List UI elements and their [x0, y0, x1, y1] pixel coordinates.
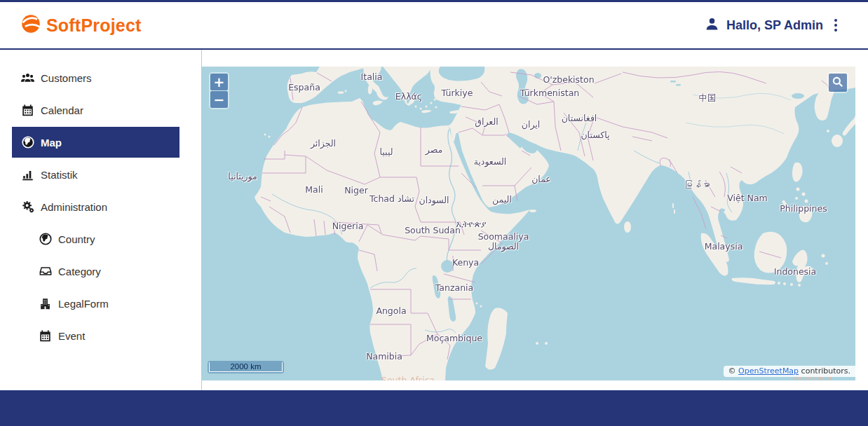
softproject-logo-icon: [21, 14, 41, 36]
user-greeting: Hallo, SP Admin: [726, 18, 823, 33]
footer-bar: [0, 390, 868, 426]
sidebar-item-event[interactable]: Event: [12, 320, 179, 351]
map-tiles: [202, 67, 855, 380]
sidebar: Customers Calendar Map: [0, 50, 202, 390]
globe-icon: [21, 136, 34, 149]
sidebar-item-label: Customers: [41, 72, 92, 84]
sidebar-item-category[interactable]: Category: [12, 256, 179, 287]
sidebar-item-country[interactable]: Country: [12, 224, 179, 254]
sidebar-item-label: Category: [58, 266, 101, 277]
map-scale-bar: 2000 km: [208, 361, 284, 373]
map-search-control: [827, 72, 848, 93]
sidebar-item-customers[interactable]: Customers: [12, 62, 179, 93]
sidebar-item-legalform[interactable]: LegalForm: [12, 288, 179, 319]
attribution-suffix: contributors.: [799, 366, 850, 376]
brand-name: SoftProject: [46, 15, 142, 36]
sidebar-item-label: Event: [58, 330, 85, 342]
zoom-controls: + −: [209, 72, 229, 109]
map-canvas[interactable]: EspañaItaliaΕλλάςTürkiyeO'zbekistonTürkm…: [202, 67, 855, 380]
kebab-menu-icon[interactable]: [830, 16, 841, 34]
zoom-in-button[interactable]: +: [210, 74, 228, 90]
sidebar-item-label: Statistik: [41, 169, 78, 181]
sidebar-item-label: Country: [58, 233, 95, 245]
user-menu[interactable]: Hallo, SP Admin: [705, 16, 841, 34]
attribution-prefix: ©: [728, 366, 739, 376]
inbox-icon: [39, 265, 52, 278]
users-icon: [21, 71, 34, 85]
globe-icon: [39, 233, 52, 246]
calendar-icon: [21, 104, 34, 117]
sidebar-item-calendar[interactable]: Calendar: [12, 95, 179, 125]
search-button[interactable]: [829, 74, 847, 92]
sidebar-item-administration[interactable]: Administration: [12, 191, 179, 222]
sidebar-item-statistik[interactable]: Statistik: [12, 159, 179, 190]
sidebar-item-label: Calendar: [41, 104, 83, 116]
calendar-icon: [39, 329, 52, 343]
scale-label: 2000 km: [209, 362, 283, 372]
app-header: SoftProject Hallo, SP Admin: [0, 0, 868, 50]
gears-icon: [21, 200, 34, 214]
openstreetmap-link[interactable]: OpenStreetMap: [738, 366, 799, 376]
map-attribution: © OpenStreetMap contributors.: [724, 366, 855, 377]
sidebar-item-map[interactable]: Map: [12, 127, 179, 158]
user-icon: [705, 17, 719, 34]
magnifier-icon: [832, 76, 844, 90]
sidebar-item-label: Map: [41, 137, 62, 149]
brand-logo[interactable]: SoftProject: [21, 14, 142, 36]
sidebar-item-label: LegalForm: [58, 298, 109, 310]
sidebar-item-label: Administration: [41, 201, 107, 213]
zoom-out-button[interactable]: −: [210, 91, 228, 108]
building-icon: [39, 297, 52, 310]
bar-chart-icon: [21, 168, 34, 181]
